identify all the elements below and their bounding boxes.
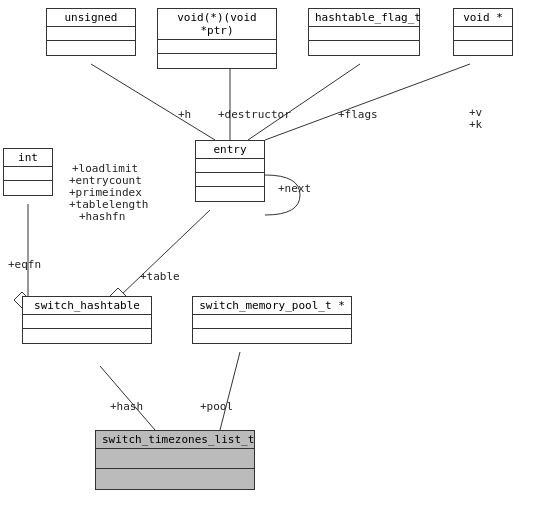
label-h: +h — [178, 108, 191, 121]
box-voidptr-s1 — [158, 40, 276, 54]
box-hashtable-flag-t-s2 — [309, 41, 419, 55]
box-switch-timezones-list-t-s1 — [96, 449, 254, 469]
box-switch-hashtable-title: switch_hashtable — [23, 297, 151, 315]
box-switch-memory-pool-t-s2 — [193, 329, 351, 343]
svg-line-5 — [120, 210, 210, 296]
label-table: +table — [140, 270, 180, 283]
box-switch-timezones-list-t: switch_timezones_list_t — [95, 430, 255, 490]
box-voidptr: void(*)(void *ptr) — [157, 8, 277, 69]
box-entry-s1 — [196, 159, 264, 173]
svg-line-2 — [248, 64, 360, 140]
box-unsigned-title: unsigned — [47, 9, 135, 27]
box-hashtable-flag-t-title: hashtable_flag_t — [309, 9, 419, 27]
box-switch-timezones-list-t-title: switch_timezones_list_t — [96, 431, 254, 449]
box-switch-hashtable: switch_hashtable — [22, 296, 152, 344]
box-voidstar: void * — [453, 8, 513, 56]
box-entry: entry — [195, 140, 265, 202]
box-int-title: int — [4, 149, 52, 167]
label-destructor: +destructor — [218, 108, 291, 121]
box-int: int — [3, 148, 53, 196]
label-flags: +flags — [338, 108, 378, 121]
connections-svg — [0, 0, 537, 523]
box-int-s1 — [4, 167, 52, 181]
box-switch-memory-pool-t: switch_memory_pool_t * — [192, 296, 352, 344]
box-voidstar-s2 — [454, 41, 512, 55]
box-voidstar-title: void * — [454, 9, 512, 27]
box-hashtable-flag-t: hashtable_flag_t — [308, 8, 420, 56]
box-switch-hashtable-s2 — [23, 329, 151, 343]
box-entry-s2 — [196, 173, 264, 187]
label-eqfn: +eqfn — [8, 258, 41, 271]
svg-line-3 — [265, 64, 470, 140]
box-hashtable-flag-t-s1 — [309, 27, 419, 41]
label-pool: +pool — [200, 400, 233, 413]
box-switch-memory-pool-t-s1 — [193, 315, 351, 329]
box-voidptr-title: void(*)(void *ptr) — [158, 9, 276, 40]
label-next: +next — [278, 182, 311, 195]
box-switch-hashtable-s1 — [23, 315, 151, 329]
box-switch-timezones-list-t-s2 — [96, 469, 254, 489]
box-unsigned-s2 — [47, 41, 135, 55]
box-entry-s3 — [196, 187, 264, 201]
svg-line-0 — [91, 64, 215, 140]
box-int-s2 — [4, 181, 52, 195]
box-unsigned: unsigned — [46, 8, 136, 56]
box-unsigned-s1 — [47, 27, 135, 41]
svg-line-7 — [220, 352, 240, 430]
box-voidstar-s1 — [454, 27, 512, 41]
box-voidptr-s2 — [158, 54, 276, 68]
diagram: unsigned void(*)(void *ptr) hashtable_fl… — [0, 0, 537, 523]
svg-line-6 — [100, 366, 155, 430]
box-entry-title: entry — [196, 141, 264, 159]
label-k: +k — [469, 118, 482, 131]
label-hash: +hash — [110, 400, 143, 413]
box-switch-memory-pool-t-title: switch_memory_pool_t * — [193, 297, 351, 315]
label-hashfn: +hashfn — [79, 210, 125, 223]
